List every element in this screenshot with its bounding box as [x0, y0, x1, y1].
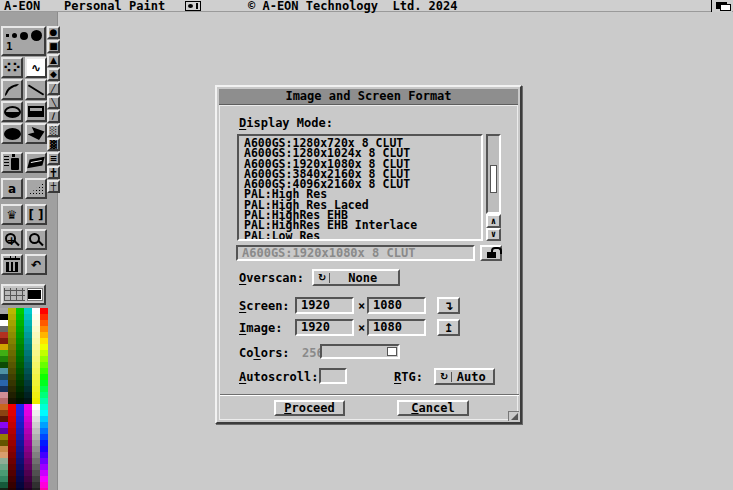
line-icon	[28, 84, 44, 95]
colors-label: Colors:	[239, 347, 290, 359]
color-palette	[0, 308, 48, 490]
display-mode-option[interactable]: PAL:Low Res	[244, 231, 481, 241]
autoscroll-checkbox[interactable]	[319, 368, 347, 384]
separator	[220, 394, 519, 396]
scrollbar-thumb[interactable]	[490, 165, 497, 193]
tool-polygon-button[interactable]	[25, 123, 47, 144]
diamond-brush-icon: ◆	[50, 70, 57, 79]
rectangle-icon	[28, 106, 44, 117]
cancel-button[interactable]: Cancel	[397, 400, 469, 416]
brush-size-value: 1	[6, 41, 13, 52]
symmetry-icon: ♛	[7, 209, 18, 221]
overscan-cycle[interactable]: ↻ None	[312, 269, 400, 286]
triangle-brush-icon: ▲	[50, 56, 57, 65]
thin-cross-icon: ┼	[51, 182, 56, 191]
tool-rectangle-button[interactable]	[25, 101, 47, 122]
menu-a-eon[interactable]: A-EON	[4, 0, 40, 12]
airbrush-icon: ⠪⠕	[3, 62, 22, 74]
menubar: A-EON Personal Paint © A-EON Technology …	[0, 0, 733, 12]
thick-cross-icon: ╋	[51, 168, 56, 177]
display-mode-list: A600GS:1280x720x 8 CLUTA600GS:1280x1024x…	[237, 134, 483, 241]
screen-label: Screen:	[239, 300, 290, 312]
tool-spray-button[interactable]	[1, 152, 23, 173]
image-width-field[interactable]: 1920	[295, 319, 354, 336]
ellipse-icon	[4, 106, 21, 118]
rtg-cycle[interactable]: ↻ Auto	[434, 368, 495, 385]
trash-icon	[6, 262, 18, 272]
personal-paint-screen: A-EON Personal Paint © A-EON Technology …	[0, 0, 733, 490]
magnify-icon	[29, 233, 40, 244]
round-brush-icon: ●	[50, 28, 58, 37]
thick-diagonal-line-icon: ╱	[51, 84, 56, 93]
dense-dots-pattern-icon: ▓	[50, 140, 57, 149]
tool-trash-button[interactable]	[1, 254, 23, 275]
medium-diagonal-line-icon: ╲	[51, 98, 56, 107]
resize-handle[interactable]	[508, 411, 519, 421]
tool-text-button[interactable]: a	[1, 178, 23, 199]
tool-filled-ellipse-button[interactable]	[1, 123, 23, 144]
magnify-plus-icon	[5, 233, 16, 244]
tool-ellipse-button[interactable]	[1, 101, 23, 122]
rtg-value: Auto	[455, 370, 493, 384]
spray-icon	[11, 158, 19, 170]
arrow-down-icon: ↴	[443, 300, 453, 312]
thin-diagonal-line-icon: ∕	[52, 112, 55, 121]
image-label: Image:	[239, 322, 282, 334]
cycle-icon: ↻	[440, 372, 452, 382]
tool-fill-button[interactable]	[25, 152, 47, 173]
tool-line-button[interactable]	[25, 79, 47, 100]
screen-depth-gadget-icon[interactable]	[711, 0, 732, 12]
tool-define-brush-button[interactable]: [ ]	[25, 204, 47, 225]
tool-magnify-plus-button[interactable]	[1, 229, 23, 250]
transparency-grid-icon[interactable]	[4, 288, 25, 301]
screen-width-field[interactable]: 1920	[295, 297, 354, 314]
freehand-icon: ∿	[31, 62, 41, 74]
screen-times-sign: ×	[358, 300, 365, 312]
tool-symmetry-button[interactable]: ♛	[1, 204, 23, 225]
proceed-button[interactable]: Proceed	[274, 400, 345, 416]
sparse-dots-pattern-icon: ░	[50, 126, 57, 135]
scrollbar-track[interactable]	[486, 134, 501, 214]
define-brush-icon: [ ]	[28, 209, 43, 221]
square-brush-icon: ■	[49, 42, 58, 51]
screen-height-field[interactable]: 1080	[367, 297, 426, 314]
brush-size-selector[interactable]: 1	[1, 26, 46, 56]
tool-magnify-button[interactable]	[25, 229, 47, 250]
filled-ellipse-icon	[4, 128, 21, 140]
cycle-icon: ↻	[318, 273, 330, 283]
tool-curve-button[interactable]	[1, 79, 23, 100]
colors-slider[interactable]	[320, 344, 400, 359]
mode-lock-button[interactable]	[480, 245, 502, 261]
undo-icon: ↶	[31, 259, 41, 271]
pattern-and-color-indicator	[1, 284, 46, 305]
polygon-icon	[28, 127, 45, 140]
scroll-up-button[interactable]: ∧	[486, 214, 501, 228]
lock-icon	[487, 252, 496, 258]
tool-panel: 1 ⠪⠕∿a♛[ ]↶●■▲◆╱╲∕░▓≡╋┼	[0, 12, 58, 490]
tool-dither-button[interactable]	[25, 178, 47, 199]
fill-icon	[27, 157, 45, 169]
copy-screen-to-image-button[interactable]: ↴	[437, 297, 460, 314]
text-icon: a	[8, 183, 16, 195]
tool-undo-button[interactable]: ↶	[25, 254, 47, 275]
colors-slider-knob[interactable]	[387, 347, 397, 356]
image-screen-format-dialog: Image and Screen Format Display Mode: A6…	[215, 85, 522, 424]
selected-mode-field: A600GS:1920x1080x 8 CLUT	[236, 245, 475, 261]
copyright-text: © A-EON Technology Ltd. 2024	[248, 0, 458, 12]
overscan-value: None	[333, 271, 398, 285]
current-color-frame	[27, 288, 43, 301]
dither-icon	[29, 183, 44, 195]
app-title: Personal Paint	[64, 0, 165, 12]
autoscroll-label: Autoscroll:	[239, 371, 318, 383]
image-height-field[interactable]: 1080	[367, 319, 426, 336]
current-color-swatch[interactable]	[28, 290, 41, 299]
rtg-label: RTG:	[394, 371, 423, 383]
scroll-down-button[interactable]: ∨	[486, 228, 501, 241]
tool-freehand-button[interactable]: ∿	[25, 57, 47, 78]
tool-airbrush-button[interactable]: ⠪⠕	[1, 57, 23, 78]
dialog-titlebar[interactable]: Image and Screen Format	[219, 89, 518, 105]
chevron-down-icon: ∨	[491, 230, 496, 239]
horizontal-lines-pattern-icon: ≡	[50, 154, 58, 163]
curve-icon	[5, 84, 19, 96]
copy-image-to-screen-button[interactable]: ↥	[437, 319, 460, 336]
